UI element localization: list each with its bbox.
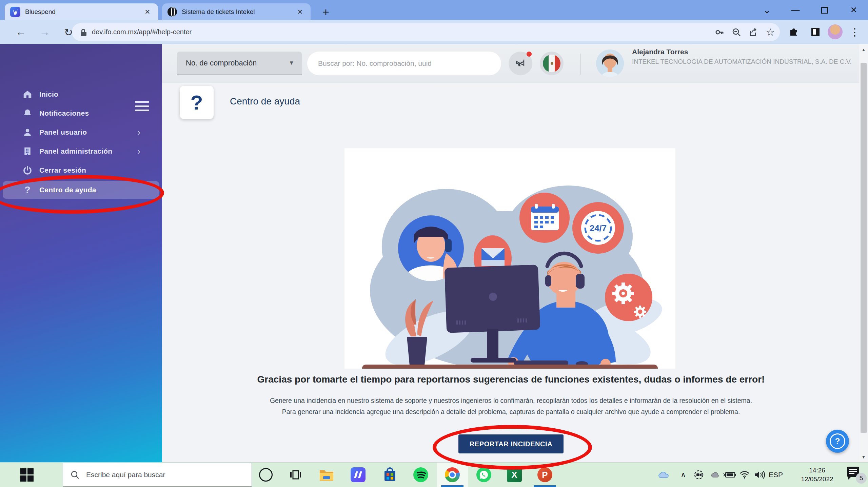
chrome-button[interactable]: [437, 463, 468, 487]
browser-toolbar: ← → ↻ dev.ifo.com.mx/app/#/help-center ☆: [0, 20, 868, 44]
minimize-button[interactable]: —: [783, 0, 808, 20]
tab-close-icon[interactable]: ✕: [142, 7, 153, 17]
volume-icon[interactable]: [751, 463, 768, 487]
date: 12/05/2022: [801, 475, 833, 484]
sidebar-item-label: Panel usuario: [39, 128, 87, 136]
help-fab-button[interactable]: ?: [826, 430, 849, 453]
restore-icon: [821, 7, 828, 14]
extensions-icon[interactable]: [786, 24, 802, 40]
help-illustration: 24/7: [344, 148, 675, 369]
main-content: ? Centro de ayuda: [162, 83, 860, 462]
megaphone-icon: [515, 58, 526, 69]
sidebar-item-centro-de-ayuda[interactable]: ? Centro de ayuda: [3, 181, 159, 199]
close-button[interactable]: ✕: [842, 0, 866, 20]
microsoft-store-button[interactable]: [374, 463, 406, 487]
globe-favicon-icon: [167, 7, 177, 17]
sidebar-item-inicio[interactable]: Inicio: [3, 85, 159, 103]
notification-dot: [527, 52, 532, 57]
language-flag-button[interactable]: [540, 52, 564, 75]
page-scrollbar[interactable]: ▲ ▼: [859, 44, 868, 462]
filter-select-value: No. de comprobación: [186, 59, 289, 67]
excel-button[interactable]: X: [499, 463, 530, 487]
scroll-up-icon[interactable]: ▲: [859, 44, 868, 55]
start-button-icon[interactable]: [20, 468, 34, 482]
forward-button[interactable]: →: [36, 23, 54, 41]
report-incident-button[interactable]: REPORTAR INCIDENCIA: [458, 434, 564, 453]
sidebar-item-notificaciones[interactable]: Notificaciones: [3, 104, 159, 122]
tab-sistema-tickets[interactable]: Sistema de tickets Intekel ✕: [162, 3, 311, 20]
language-indicator[interactable]: ESP: [767, 463, 785, 487]
taskbar-search-input[interactable]: [85, 470, 233, 479]
password-key-icon[interactable]: [712, 25, 727, 40]
browser-profile-avatar[interactable]: [827, 24, 843, 40]
powerpoint-button[interactable]: P: [529, 463, 560, 487]
tab-search-icon[interactable]: ⌄: [755, 0, 779, 20]
paragraph-1: Genere una incidencia en nuestro sistema…: [162, 397, 860, 405]
user-avatar[interactable]: [596, 50, 624, 77]
sidebar-item-cerrar-sesion[interactable]: Cerrar sesión: [3, 161, 159, 179]
search-bar[interactable]: [307, 52, 501, 75]
task-view-icon: [290, 469, 302, 481]
user-company: INTEKEL TECNOLOGIA DE AUTOMATIZACIÓN IND…: [632, 57, 856, 66]
excel-icon: X: [507, 467, 522, 482]
menu-kebab-icon[interactable]: ⋮: [847, 24, 863, 40]
file-explorer-icon: [319, 468, 334, 482]
share-icon[interactable]: [746, 25, 761, 40]
calendar-icon: [519, 193, 570, 243]
page-title-icon-card: ?: [180, 86, 214, 119]
restore-button[interactable]: [812, 0, 837, 20]
side-panel-icon[interactable]: [808, 24, 823, 40]
action-center-button[interactable]: 5: [847, 466, 867, 484]
sidebar-item-panel-administracion[interactable]: Panel administración ›: [3, 142, 159, 160]
meet-now-icon[interactable]: [690, 463, 708, 487]
tab-bluespend[interactable]: Bluespend ✕: [5, 3, 158, 20]
paragraph-2: Para generar una incidencia agregue una …: [162, 408, 860, 416]
powerpoint-icon: P: [537, 467, 552, 482]
scroll-down-icon[interactable]: ▼: [859, 451, 868, 462]
file-explorer-button[interactable]: [311, 463, 342, 487]
question-icon: ?: [191, 91, 203, 114]
search-input[interactable]: [317, 59, 488, 68]
zoom-out-icon[interactable]: [729, 25, 744, 40]
sidebar-item-panel-usuario[interactable]: Panel usuario ›: [3, 123, 159, 141]
user-name: Alejandra Torres: [632, 47, 856, 57]
mexico-flag-icon: [543, 55, 560, 72]
whatsapp-icon: [476, 467, 491, 482]
lock-icon: [81, 29, 86, 36]
back-button[interactable]: ←: [12, 23, 30, 41]
user-info[interactable]: Alejandra Torres INTEKEL TECNOLOGIA DE A…: [632, 47, 856, 66]
taskbar: X P ∧ ESP 14:26 12/05/2022: [0, 462, 868, 487]
search-filter-select[interactable]: No. de comprobación ▼: [177, 52, 302, 75]
running-indicator: [441, 485, 463, 487]
microsoft-store-icon: [383, 467, 397, 482]
task-view-button[interactable]: [280, 463, 311, 487]
new-tab-button[interactable]: +: [318, 4, 334, 20]
whatsapp-button[interactable]: [468, 463, 499, 487]
clock[interactable]: 14:26 12/05/2022: [790, 463, 844, 487]
building-icon: [22, 145, 33, 157]
taskbar-search[interactable]: [63, 463, 252, 487]
svg-text:24/7: 24/7: [590, 223, 607, 233]
mover-app-button[interactable]: [342, 463, 374, 487]
home-icon: [22, 89, 33, 100]
avatar: [828, 24, 843, 39]
page-title: Centro de ayuda: [230, 96, 300, 107]
cortana-button[interactable]: [250, 463, 281, 487]
tab-close-icon[interactable]: ✕: [295, 7, 305, 17]
bluespend-favicon-icon: [10, 7, 20, 17]
mover-app-icon: [351, 467, 366, 482]
bookmark-star-icon[interactable]: ☆: [763, 25, 778, 40]
tab-title: Sistema de tickets Intekel: [182, 8, 290, 16]
scrollbar-thumb[interactable]: [861, 63, 867, 433]
onedrive-cloud-icon[interactable]: [653, 463, 671, 487]
address-bar[interactable]: dev.ifo.com.mx/app/#/help-center ☆: [72, 23, 780, 41]
spotify-button[interactable]: [405, 463, 436, 487]
notification-count-badge: 5: [856, 473, 867, 484]
bell-icon: [22, 108, 33, 119]
announcements-button[interactable]: [509, 52, 532, 75]
browser-tab-strip: Bluespend ✕ Sistema de tickets Intekel ✕…: [0, 0, 868, 20]
divider: [580, 54, 580, 75]
tray-chevron-up-icon[interactable]: ∧: [674, 463, 692, 487]
url-text[interactable]: dev.ifo.com.mx/app/#/help-center: [92, 28, 712, 36]
gears-icon: [605, 274, 652, 321]
